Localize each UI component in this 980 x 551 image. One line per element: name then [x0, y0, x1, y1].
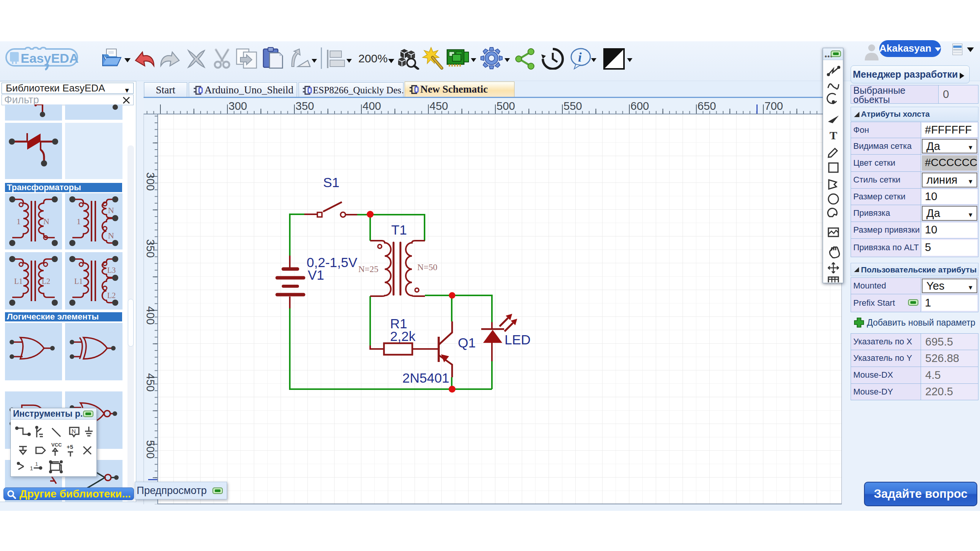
svg-text:+5: +5: [67, 443, 73, 450]
svg-text:L2: L2: [107, 291, 116, 300]
svg-text:2N5401: 2N5401: [402, 370, 449, 385]
svg-text:VCC: VCC: [51, 442, 62, 448]
svg-text:N: N: [108, 205, 114, 215]
svg-text:N=25: N=25: [358, 264, 379, 274]
svg-text:Q1: Q1: [458, 335, 476, 350]
svg-text:1: 1: [77, 217, 81, 226]
svg-text:N: N: [43, 217, 49, 226]
svg-text:L2: L2: [42, 277, 50, 285]
svg-text:V1: V1: [308, 267, 324, 282]
svg-text:1: 1: [16, 217, 21, 226]
svg-text:LED: LED: [505, 332, 531, 347]
svg-text:2,2k: 2,2k: [390, 329, 416, 344]
svg-text:T1: T1: [391, 222, 407, 237]
svg-text:L3: L3: [107, 266, 116, 274]
svg-text:T: T: [830, 129, 837, 142]
svg-text:L1: L1: [14, 277, 23, 285]
svg-text:N=50: N=50: [417, 262, 438, 272]
svg-text:i: i: [578, 50, 582, 64]
svg-text:N: N: [108, 231, 114, 240]
svg-text:EasyEDA: EasyEDA: [21, 51, 78, 65]
svg-text:1: 1: [35, 461, 38, 467]
svg-text:L1: L1: [74, 277, 83, 285]
svg-text:1: 1: [30, 465, 33, 471]
svg-text:S1: S1: [323, 175, 340, 190]
svg-text:N: N: [72, 428, 76, 434]
